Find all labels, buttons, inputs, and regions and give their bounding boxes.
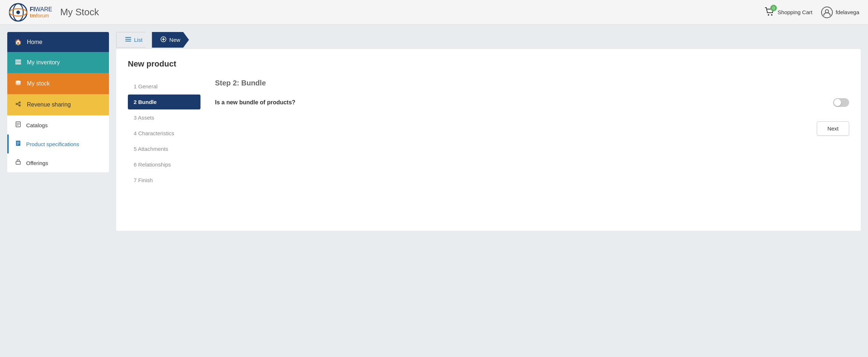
svg-point-13 — [19, 104, 21, 107]
cart-icon: 0 — [764, 7, 775, 18]
sidebar-item-home-label: Home — [27, 39, 42, 45]
sidebar-item-stock-label: My stock — [27, 80, 50, 87]
svg-point-12 — [19, 101, 21, 104]
svg-line-14 — [18, 103, 19, 104]
svg-rect-24 — [16, 161, 20, 164]
sidebar-item-home[interactable]: 🏠 Home — [7, 32, 109, 52]
sidebar-item-offerings-label: Offerings — [26, 160, 48, 166]
app-title: My Stock — [60, 7, 99, 18]
wizard-actions: Next — [215, 121, 849, 136]
panel-title: New product — [128, 59, 849, 69]
inventory-icon — [15, 59, 22, 67]
bundle-question-label: Is a new bundle of products? — [215, 99, 295, 106]
main-panel: New product 1 General 2 Bundle 3 Assets … — [116, 49, 861, 231]
username: fdelavega — [836, 9, 859, 15]
tab-new-label: New — [169, 37, 180, 43]
svg-point-5 — [771, 14, 772, 16]
step-1-general[interactable]: 1 General — [128, 79, 200, 94]
step-5-label: 5 Attachments — [134, 146, 168, 152]
new-icon — [161, 36, 166, 43]
step-6-relationships[interactable]: 6 Relationships — [128, 157, 200, 172]
revenue-icon — [15, 101, 22, 109]
user-avatar — [821, 7, 833, 18]
sidebar: 🏠 Home My inventory My stock — [7, 32, 109, 172]
offerings-icon — [15, 159, 22, 167]
content-area: List New New product 1 General 2 Bun — [116, 32, 861, 350]
step-2-label: 2 Bundle — [134, 99, 157, 105]
svg-point-4 — [768, 14, 769, 16]
svg-rect-9 — [15, 63, 21, 64]
step-2-bundle[interactable]: 2 Bundle — [128, 95, 200, 109]
step-6-label: 6 Relationships — [134, 161, 171, 168]
shopping-cart-button[interactable]: 0 Shopping Cart — [764, 7, 812, 18]
tab-bar: List New — [116, 32, 861, 48]
tab-list-label: List — [134, 37, 142, 43]
sidebar-item-revenue-label: Revenue sharing — [27, 101, 71, 108]
stock-icon — [15, 80, 22, 88]
step-3-assets[interactable]: 3 Assets — [128, 110, 200, 125]
sidebar-item-my-inventory[interactable]: My inventory — [7, 52, 109, 73]
sidebar-item-revenue-sharing[interactable]: Revenue sharing — [7, 94, 109, 115]
step-7-label: 7 Finish — [134, 177, 153, 183]
logo-text: FIWARE tmforum — [30, 6, 52, 19]
sidebar-item-catalogs-label: Catalogs — [26, 122, 48, 128]
tab-list[interactable]: List — [116, 32, 151, 48]
svg-point-11 — [16, 103, 18, 105]
user-menu[interactable]: fdelavega — [821, 7, 859, 18]
home-icon: 🏠 — [15, 39, 22, 45]
main-layout: 🏠 Home My inventory My stock — [0, 25, 868, 357]
tab-new[interactable]: New — [152, 32, 189, 48]
top-header: FIWARE tmforum My Stock 0 Shopping Cart — [0, 0, 868, 25]
sidebar-item-inventory-label: My inventory — [27, 59, 60, 66]
svg-point-3 — [16, 11, 20, 14]
sidebar-item-offerings[interactable]: Offerings — [7, 153, 109, 172]
catalogs-icon — [15, 121, 22, 129]
list-icon — [125, 37, 131, 43]
logo: FIWARE tmforum — [9, 3, 52, 22]
wizard-content: Step 2: Bundle Is a new bundle of produc… — [215, 79, 849, 188]
svg-line-15 — [18, 104, 19, 105]
sidebar-item-catalogs[interactable]: Catalogs — [7, 116, 109, 135]
step-7-finish[interactable]: 7 Finish — [128, 173, 200, 188]
step-1-label: 1 General — [134, 83, 158, 89]
cart-label: Shopping Cart — [778, 9, 812, 15]
wizard-layout: 1 General 2 Bundle 3 Assets 4 Characteri… — [128, 79, 849, 188]
svg-rect-8 — [15, 61, 21, 63]
product-spec-icon — [15, 140, 22, 148]
header-right: 0 Shopping Cart fdelavega — [764, 7, 859, 18]
bundle-question: Is a new bundle of products? — [215, 95, 849, 111]
logo-icon — [9, 3, 28, 22]
sidebar-item-my-stock[interactable]: My stock — [7, 73, 109, 94]
steps-list: 1 General 2 Bundle 3 Assets 4 Characteri… — [128, 79, 200, 188]
header-left: FIWARE tmforum My Stock — [9, 3, 99, 22]
cart-badge: 0 — [770, 5, 777, 11]
step-3-label: 3 Assets — [134, 115, 154, 121]
svg-rect-7 — [15, 60, 21, 61]
step-4-label: 4 Characteristics — [134, 130, 174, 136]
step-title: Step 2: Bundle — [215, 79, 849, 87]
step-5-attachments[interactable]: 5 Attachments — [128, 141, 200, 156]
step-4-characteristics[interactable]: 4 Characteristics — [128, 126, 200, 141]
sidebar-item-product-specifications[interactable]: Product specifications — [7, 135, 109, 153]
next-button[interactable]: Next — [817, 121, 849, 136]
sidebar-item-product-spec-label: Product specifications — [26, 141, 79, 147]
bundle-toggle[interactable] — [833, 98, 849, 107]
